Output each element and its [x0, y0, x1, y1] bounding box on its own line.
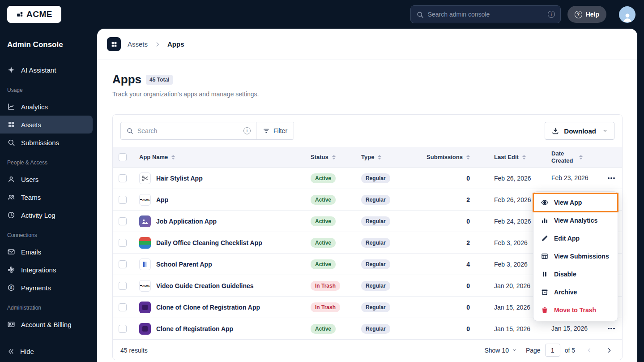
- info-icon[interactable]: [243, 127, 251, 134]
- type-badge: Regular: [361, 238, 390, 248]
- acme-logo[interactable]: ACME: [7, 6, 61, 23]
- sidebar-item-label: Emails: [21, 248, 41, 256]
- registration-app-icon: [139, 302, 151, 313]
- avatar[interactable]: [619, 6, 635, 23]
- person-icon: [622, 11, 633, 23]
- page-label: Page: [526, 347, 541, 354]
- menu-item-archive[interactable]: Archive: [533, 283, 618, 301]
- sort-icon[interactable]: [332, 155, 336, 159]
- chevron-right-icon: [606, 347, 613, 354]
- sort-icon[interactable]: [466, 155, 470, 159]
- sidebar-item-emails[interactable]: Emails: [0, 243, 97, 261]
- type-badge: Regular: [361, 195, 390, 205]
- double-chevron-left-icon: [7, 348, 15, 355]
- status-badge: Active: [311, 259, 336, 269]
- breadcrumb: Assets Apps: [97, 29, 637, 60]
- app-name-link[interactable]: Clone of Clone of Registration App: [156, 304, 260, 311]
- sidebar-item-label: Assets: [21, 121, 41, 129]
- sidebar-item-teams[interactable]: Teams: [0, 188, 97, 206]
- trash-icon: [541, 306, 549, 314]
- row-checkbox[interactable]: [119, 196, 127, 204]
- row-actions-menu: View App View Analytics Edit App View Su…: [533, 192, 618, 321]
- sidebar-item-activity-log[interactable]: Activity Log: [0, 206, 97, 224]
- app-name-link[interactable]: Daily Office Cleaning Checklist App: [156, 239, 262, 246]
- menu-item-label: Archive: [554, 289, 577, 296]
- date-created: Jan 15, 2026: [544, 325, 601, 332]
- topbar: ACME Help: [0, 0, 644, 29]
- sparkle-icon: [7, 66, 15, 74]
- total-count-badge: 45 Total: [146, 75, 173, 85]
- help-button[interactable]: Help: [567, 6, 606, 23]
- row-checkbox[interactable]: [119, 282, 127, 290]
- sort-icon[interactable]: [579, 155, 583, 159]
- table-row[interactable]: Clone of Registration App Active Regular…: [113, 318, 622, 340]
- puzzle-icon: [7, 266, 15, 274]
- sidebar-item-users[interactable]: Users: [0, 170, 97, 188]
- menu-item-move-to-trash[interactable]: Move to Trash: [533, 301, 618, 319]
- admin-search[interactable]: [410, 5, 561, 23]
- sidebar: Admin Console AI Assistant Usage Analyti…: [0, 29, 97, 362]
- row-checkbox[interactable]: [119, 325, 127, 333]
- sort-icon[interactable]: [171, 155, 175, 159]
- sidebar-item-label: Users: [21, 176, 38, 183]
- table-footer: 45 results Show 10 Page of 5: [113, 340, 622, 360]
- page-title: Apps: [112, 73, 141, 86]
- info-icon[interactable]: [548, 11, 555, 18]
- sidebar-item-analytics[interactable]: Analytics: [0, 98, 97, 116]
- table-row[interactable]: Hair Stylist App Active Regular 0 Feb 26…: [113, 168, 622, 189]
- app-name-link[interactable]: Video Guide Creation Guidelines: [156, 282, 254, 289]
- select-all-checkbox[interactable]: [119, 153, 127, 161]
- chart-line-icon: [7, 103, 15, 111]
- filter-button[interactable]: Filter: [256, 122, 294, 139]
- sidebar-title: Admin Console: [0, 29, 97, 61]
- search-icon: [126, 127, 133, 134]
- app-name-link[interactable]: Hair Stylist App: [156, 175, 203, 182]
- sidebar-item-ai-assistant[interactable]: AI Assistant: [0, 61, 97, 79]
- previous-page-button[interactable]: [584, 345, 595, 356]
- logo-blocks-icon: [16, 11, 24, 18]
- table-search-input[interactable]: [137, 127, 239, 134]
- type-badge: Regular: [361, 259, 390, 269]
- download-button[interactable]: Download: [545, 122, 614, 140]
- download-label: Download: [564, 127, 596, 135]
- page-number-input[interactable]: [545, 344, 560, 357]
- row-checkbox[interactable]: [119, 260, 127, 268]
- breadcrumb-parent-link[interactable]: Assets: [128, 40, 148, 48]
- row-actions-button[interactable]: [606, 175, 617, 182]
- app-name-link[interactable]: School Parent App: [156, 261, 212, 268]
- sidebar-item-account-billing[interactable]: Account & Billing: [0, 315, 97, 333]
- sidebar-hide-button[interactable]: Hide: [0, 342, 97, 360]
- menu-item-view-submissions[interactable]: View Submissions: [533, 247, 618, 265]
- sidebar-item-payments[interactable]: $ Payments: [0, 279, 97, 297]
- sort-icon[interactable]: [522, 155, 526, 159]
- clock-icon: [7, 211, 15, 219]
- status-badge: Active: [311, 173, 336, 183]
- apps-grid-icon: [107, 37, 121, 51]
- table-header-row: App Name Status Type Submissions Last Ed…: [113, 147, 622, 168]
- chevron-right-icon: [154, 41, 161, 47]
- row-actions-button[interactable]: [606, 325, 617, 332]
- sidebar-item-assets[interactable]: Assets: [0, 116, 93, 134]
- bar-chart-icon: [541, 216, 549, 224]
- row-checkbox[interactable]: [119, 174, 127, 182]
- submissions-count: 0: [466, 304, 470, 311]
- menu-item-label: View Submissions: [554, 253, 609, 260]
- sort-icon[interactable]: [378, 155, 381, 159]
- row-checkbox[interactable]: [119, 303, 127, 311]
- menu-item-edit-app[interactable]: Edit App: [533, 229, 618, 247]
- submissions-count: 0: [466, 218, 470, 225]
- sidebar-item-integrations[interactable]: Integrations: [0, 261, 97, 279]
- next-page-button[interactable]: [604, 345, 614, 356]
- table-search[interactable]: [121, 122, 256, 139]
- row-checkbox[interactable]: [119, 239, 127, 247]
- app-name-link[interactable]: Job Application App: [156, 218, 217, 225]
- row-checkbox[interactable]: [119, 217, 127, 225]
- sidebar-item-submissions[interactable]: Submissions: [0, 134, 97, 151]
- page-size-select[interactable]: Show 10: [484, 347, 516, 354]
- admin-search-input[interactable]: [428, 11, 544, 18]
- menu-item-view-analytics[interactable]: View Analytics: [533, 211, 618, 229]
- menu-item-disable[interactable]: Disable: [533, 265, 618, 283]
- menu-item-view-app[interactable]: View App: [533, 194, 618, 211]
- app-name-link[interactable]: App: [156, 196, 168, 203]
- app-name-link[interactable]: Clone of Registration App: [156, 325, 233, 332]
